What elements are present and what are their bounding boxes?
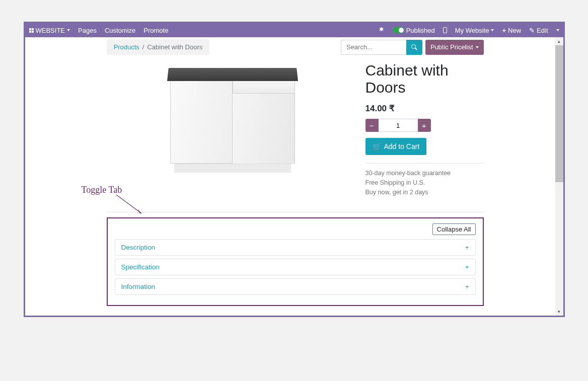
mobile-icon[interactable] (443, 27, 447, 33)
edit-label: Edit (537, 27, 548, 34)
accordion-information[interactable]: Information + (115, 278, 476, 295)
divider (365, 163, 484, 164)
content-area: ▴ ▾ Products / Cabinet with Doors (25, 37, 563, 316)
accordion-title: Specification (121, 263, 160, 271)
quantity-stepper: − + (365, 119, 484, 132)
topbar-left: WEBSITE Pages Customize Promote (29, 27, 169, 34)
my-website-menu[interactable]: My Website (455, 27, 494, 34)
promote-menu[interactable]: Promote (143, 27, 168, 34)
topbar: WEBSITE Pages Customize Promote Publishe… (25, 23, 563, 37)
expand-icon: + (465, 263, 469, 271)
new-label: New (508, 27, 521, 34)
expand-icon: + (465, 244, 469, 251)
scroll-down-arrow[interactable]: ▾ (555, 308, 563, 316)
svg-line-0 (116, 195, 141, 213)
new-button[interactable]: + New (502, 27, 521, 34)
plus-icon: + (502, 27, 506, 34)
bug-icon[interactable] (379, 27, 385, 33)
product-price: 14.00 ₹ (365, 103, 484, 114)
search-icon (411, 44, 417, 50)
accordion-description[interactable]: Description + (115, 239, 476, 256)
topbar-right: Published My Website + New ✎ Edit (379, 27, 559, 34)
qty-input[interactable] (379, 119, 418, 132)
section-divider (107, 212, 484, 212)
collapse-all-button[interactable]: Collapse All (432, 223, 476, 235)
search-box (341, 40, 422, 55)
toggle-tabs-box: Collapse All Description + Specification… (107, 217, 484, 306)
chevron-down-icon (67, 29, 70, 31)
published-label: Published (406, 27, 435, 34)
product-row: Cabinet with Doors 14.00 ₹ − + 🛒 Add to … (107, 58, 484, 197)
guarantee-text: 30-day money-back guarantee (365, 169, 484, 178)
accordion-title: Information (121, 283, 156, 290)
product-info: Cabinet with Doors 14.00 ₹ − + 🛒 Add to … (358, 58, 484, 197)
website-menu[interactable]: WEBSITE (29, 27, 70, 34)
pricelist-label: Public Pricelist (430, 43, 473, 51)
scrollbar-thumb[interactable] (555, 37, 563, 182)
my-website-label: My Website (455, 27, 489, 34)
chevron-down-icon (476, 46, 479, 48)
pencil-icon: ✎ (529, 27, 535, 34)
search-button[interactable] (406, 40, 422, 55)
scroll-up-arrow[interactable]: ▴ (555, 37, 563, 45)
chevron-down-icon (491, 29, 494, 31)
breadcrumb-bar: Products / Cabinet with Doors Public Pri… (107, 37, 484, 55)
accordion-title: Description (121, 244, 156, 251)
edit-button[interactable]: ✎ Edit (529, 27, 548, 34)
search-row: Public Pricelist (341, 40, 484, 55)
app-window: WEBSITE Pages Customize Promote Publishe… (24, 22, 565, 317)
product-image (167, 67, 298, 173)
pages-menu[interactable]: Pages (78, 27, 97, 34)
add-to-cart-button[interactable]: 🛒 Add to Cart (365, 138, 427, 155)
chevron-down-icon[interactable] (556, 29, 559, 31)
info-lines: 30-day money-back guarantee Free Shippin… (365, 169, 484, 197)
search-input[interactable] (341, 40, 406, 55)
cart-icon: 🛒 (373, 142, 381, 150)
toggle-switch-icon (393, 27, 404, 33)
breadcrumb-current: Cabinet with Doors (147, 43, 202, 51)
product-image-col (107, 58, 358, 197)
pricelist-dropdown[interactable]: Public Pricelist (425, 40, 484, 55)
shipping-text: Free Shipping in U.S. (365, 178, 484, 188)
expand-icon: + (465, 283, 469, 290)
accordion-specification[interactable]: Specification + (115, 259, 476, 275)
qty-decrease-button[interactable]: − (365, 119, 379, 132)
customize-menu[interactable]: Customize (105, 27, 135, 34)
website-label: WEBSITE (36, 27, 65, 34)
delivery-text: Buy now, get in 2 days (365, 188, 484, 197)
add-to-cart-label: Add to Cart (384, 142, 420, 150)
breadcrumb-sep: / (142, 43, 144, 51)
product-title: Cabinet with Doors (365, 62, 484, 96)
qty-increase-button[interactable]: + (418, 119, 431, 132)
page-inner: Products / Cabinet with Doors Public Pri… (107, 37, 484, 317)
publish-toggle[interactable]: Published (393, 27, 435, 34)
breadcrumb-products-link[interactable]: Products (114, 43, 139, 51)
annotation-arrow (114, 192, 149, 217)
breadcrumb: Products / Cabinet with Doors (107, 39, 210, 55)
grid-icon (29, 28, 34, 33)
